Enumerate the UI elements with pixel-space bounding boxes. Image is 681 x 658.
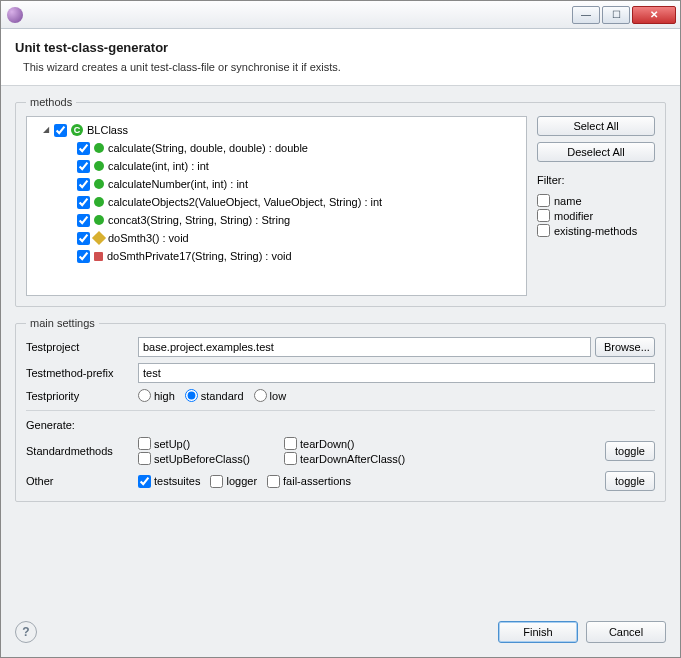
visibility-icon bbox=[94, 215, 104, 225]
method-checkbox[interactable] bbox=[77, 196, 90, 209]
visibility-icon bbox=[92, 231, 106, 245]
methods-tree[interactable]: ◢ C BLClass calculate(String, double, do… bbox=[26, 116, 527, 296]
class-icon: C bbox=[71, 124, 83, 136]
eclipse-icon bbox=[7, 7, 23, 23]
std-tearDown[interactable]: tearDown() bbox=[284, 437, 405, 450]
method-row[interactable]: calculate(String, double, double) : doub… bbox=[29, 139, 524, 157]
method-signature: doSmthPrivate17(String, String) : void bbox=[107, 248, 292, 264]
method-row[interactable]: calculateNumber(int, int) : int bbox=[29, 175, 524, 193]
toggle-other-button[interactable]: toggle bbox=[605, 471, 655, 491]
method-checkbox[interactable] bbox=[77, 250, 90, 263]
prefix-label: Testmethod-prefix bbox=[26, 367, 134, 379]
std-setUp[interactable]: setUp() bbox=[138, 437, 250, 450]
root-label: BLClass bbox=[87, 122, 128, 138]
std-tearDownAfterClass[interactable]: tearDownAfterClass() bbox=[284, 452, 405, 465]
std-checkbox[interactable] bbox=[284, 452, 297, 465]
window-titlebar: — ☐ ✕ bbox=[1, 1, 680, 29]
finish-button[interactable]: Finish bbox=[498, 621, 578, 643]
priority-radio[interactable] bbox=[185, 389, 198, 402]
expand-icon[interactable]: ◢ bbox=[41, 126, 50, 135]
visibility-icon bbox=[94, 143, 104, 153]
generate-label: Generate: bbox=[26, 419, 75, 431]
wizard-subtitle: This wizard creates a unit test-class-fi… bbox=[15, 61, 666, 73]
filter-label: Filter: bbox=[537, 174, 655, 186]
close-button[interactable]: ✕ bbox=[632, 6, 676, 24]
method-row[interactable]: calculate(int, int) : int bbox=[29, 157, 524, 175]
filter-checkbox[interactable] bbox=[537, 194, 550, 207]
standardmethods-label: Standardmethods bbox=[26, 445, 134, 457]
main-settings-group: main settings Testproject Browse... Test… bbox=[15, 317, 666, 502]
priority-standard[interactable]: standard bbox=[185, 389, 244, 402]
other-fail[interactable]: fail-assertions bbox=[267, 475, 351, 488]
testproject-input[interactable] bbox=[138, 337, 591, 357]
method-signature: calculate(int, int) : int bbox=[108, 158, 209, 174]
std-checkbox[interactable] bbox=[138, 452, 151, 465]
other-label: Other bbox=[26, 475, 134, 487]
method-row[interactable]: concat3(String, String, String) : String bbox=[29, 211, 524, 229]
other-logger[interactable]: logger bbox=[210, 475, 257, 488]
method-signature: doSmth3() : void bbox=[108, 230, 189, 246]
method-row[interactable]: doSmth3() : void bbox=[29, 229, 524, 247]
settings-legend: main settings bbox=[26, 317, 99, 329]
wizard-title: Unit test-class-generator bbox=[15, 40, 666, 55]
methods-group: methods ◢ C BLClass calculate(String, do… bbox=[15, 96, 666, 307]
select-all-button[interactable]: Select All bbox=[537, 116, 655, 136]
method-signature: calculate(String, double, double) : doub… bbox=[108, 140, 308, 156]
other-testsuites[interactable]: testsuites bbox=[138, 475, 200, 488]
priority-radio[interactable] bbox=[138, 389, 151, 402]
wizard-header: Unit test-class-generator This wizard cr… bbox=[1, 29, 680, 86]
methods-legend: methods bbox=[26, 96, 76, 108]
method-checkbox[interactable] bbox=[77, 214, 90, 227]
browse-button[interactable]: Browse... bbox=[595, 337, 655, 357]
method-row[interactable]: doSmthPrivate17(String, String) : void bbox=[29, 247, 524, 265]
method-signature: calculateNumber(int, int) : int bbox=[108, 176, 248, 192]
minimize-button[interactable]: — bbox=[572, 6, 600, 24]
tree-root[interactable]: ◢ C BLClass bbox=[29, 121, 524, 139]
filter-name[interactable]: name bbox=[537, 194, 655, 207]
priority-label: Testpriority bbox=[26, 390, 134, 402]
prefix-input[interactable] bbox=[138, 363, 655, 383]
other-checkbox[interactable] bbox=[138, 475, 151, 488]
method-checkbox[interactable] bbox=[77, 178, 90, 191]
method-checkbox[interactable] bbox=[77, 160, 90, 173]
method-signature: calculateObjects2(ValueObject, ValueObje… bbox=[108, 194, 382, 210]
root-checkbox[interactable] bbox=[54, 124, 67, 137]
priority-low[interactable]: low bbox=[254, 389, 287, 402]
toggle-std-button[interactable]: toggle bbox=[605, 441, 655, 461]
method-row[interactable]: calculateObjects2(ValueObject, ValueObje… bbox=[29, 193, 524, 211]
filter-checkbox[interactable] bbox=[537, 209, 550, 222]
method-signature: concat3(String, String, String) : String bbox=[108, 212, 290, 228]
other-checkbox[interactable] bbox=[267, 475, 280, 488]
method-checkbox[interactable] bbox=[77, 232, 90, 245]
std-checkbox[interactable] bbox=[138, 437, 151, 450]
filter-existing[interactable]: existing-methods bbox=[537, 224, 655, 237]
deselect-all-button[interactable]: Deselect All bbox=[537, 142, 655, 162]
testproject-label: Testproject bbox=[26, 341, 134, 353]
visibility-icon bbox=[94, 161, 104, 171]
std-checkbox[interactable] bbox=[284, 437, 297, 450]
filter-checkbox[interactable] bbox=[537, 224, 550, 237]
visibility-icon bbox=[94, 197, 104, 207]
wizard-footer: ? Finish Cancel bbox=[1, 611, 680, 657]
maximize-button[interactable]: ☐ bbox=[602, 6, 630, 24]
method-checkbox[interactable] bbox=[77, 142, 90, 155]
priority-radio[interactable] bbox=[254, 389, 267, 402]
visibility-icon bbox=[94, 252, 103, 261]
help-icon[interactable]: ? bbox=[15, 621, 37, 643]
visibility-icon bbox=[94, 179, 104, 189]
cancel-button[interactable]: Cancel bbox=[586, 621, 666, 643]
std-setUpBeforeClass[interactable]: setUpBeforeClass() bbox=[138, 452, 250, 465]
priority-high[interactable]: high bbox=[138, 389, 175, 402]
other-checkbox[interactable] bbox=[210, 475, 223, 488]
filter-modifier[interactable]: modifier bbox=[537, 209, 655, 222]
